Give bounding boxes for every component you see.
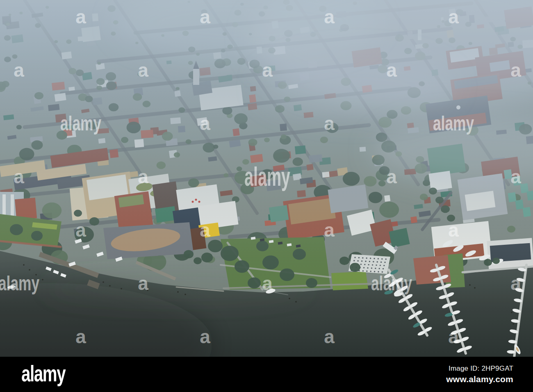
watermark-letter: a	[14, 166, 24, 187]
watermark-brand: alamy	[433, 112, 474, 135]
watermark-brand: alamy	[371, 272, 412, 295]
watermark-letter: a	[324, 326, 335, 347]
watermark-letter: a	[75, 219, 86, 241]
alamy-logo: alamy	[21, 362, 65, 385]
watermark-letter: a	[510, 59, 521, 81]
stock-photo: aaaaaaaaaaaaaaaaaaaaaaaaaaalamyalamyalam…	[0, 0, 533, 357]
watermark-letter: a	[200, 6, 210, 27]
watermark-letter: a	[75, 6, 86, 27]
watermark-letter: a	[138, 59, 148, 81]
watermark-letter: a	[448, 326, 459, 347]
watermark-letter: a	[262, 59, 273, 81]
footer-meta: Image ID: 2HP9GAT www.alamy.com	[446, 364, 513, 385]
watermark-letter: a	[448, 219, 459, 241]
website-url: www.alamy.com	[446, 374, 513, 385]
footer-bar: alamy Image ID: 2HP9GAT www.alamy.com	[0, 357, 533, 392]
watermark-letter: a	[200, 219, 210, 241]
watermark-letter: a	[200, 326, 210, 347]
watermark-brand: alamy	[244, 162, 290, 191]
watermark-letter: a	[510, 273, 521, 294]
image-id-label: Image ID: 2HP9GAT	[446, 364, 513, 374]
aerial-photo-scene: aaaaaaaaaaaaaaaaaaaaaaaaaaalamyalamyalam…	[0, 0, 533, 357]
watermark-letter: a	[324, 6, 335, 27]
watermark-letter: a	[386, 166, 397, 187]
watermark-letter: a	[138, 273, 148, 294]
watermark-letter: a	[386, 59, 397, 81]
watermark-letter: a	[14, 59, 24, 81]
watermark-letter: a	[200, 113, 210, 134]
watermark-letter: a	[510, 166, 521, 187]
watermark-letter: a	[138, 166, 148, 187]
watermark-letter: a	[262, 273, 273, 294]
watermark-letter: a	[75, 326, 86, 347]
watermark-brand: alamy	[0, 272, 39, 295]
watermark-brand: alamy	[60, 112, 101, 135]
watermark-letter: a	[324, 113, 335, 134]
watermark-letter: a	[324, 219, 335, 241]
watermark-letter: a	[448, 6, 459, 27]
stock-photo-page: aaaaaaaaaaaaaaaaaaaaaaaaaaalamyalamyalam…	[0, 0, 533, 392]
